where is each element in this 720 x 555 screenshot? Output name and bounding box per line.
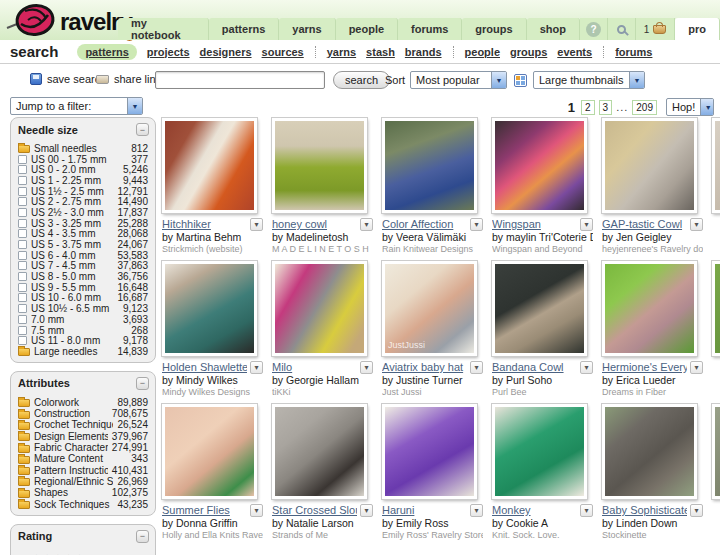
subnav-link[interactable]: people xyxy=(453,46,500,58)
filter-row[interactable]: 7.0 mm 3,693 xyxy=(11,314,155,325)
pattern-menu-button[interactable]: ▾ xyxy=(250,361,263,374)
pattern-menu-button[interactable]: ▾ xyxy=(360,504,373,517)
pattern-menu-button[interactable]: ▾ xyxy=(580,218,593,231)
hop-select[interactable]: Hop! ▼ xyxy=(666,98,714,116)
primary-nav-tab[interactable]: patterns xyxy=(209,18,279,40)
subnav-link[interactable]: events xyxy=(557,46,592,58)
subnav-link[interactable]: patterns xyxy=(77,44,136,60)
pattern-menu-button[interactable]: ▾ xyxy=(250,504,263,517)
save-search-button[interactable]: save search xyxy=(30,73,106,85)
pattern-photo[interactable] xyxy=(602,404,697,499)
pattern-photo[interactable] xyxy=(162,404,257,499)
filter-row[interactable]: US 8 - 5.0 mm 36,756 xyxy=(11,271,155,282)
sort-select[interactable]: Most popular ▼ xyxy=(410,71,507,89)
pattern-title-link[interactable]: Monkey xyxy=(492,504,577,516)
pattern-author[interactable]: by Cookie A xyxy=(492,517,593,530)
filter-row[interactable]: Small needles 812 xyxy=(11,143,155,154)
pattern-author[interactable]: by Martina Behm xyxy=(162,231,263,244)
help-button[interactable]: ? xyxy=(580,18,608,40)
tab-pro[interactable]: pro xyxy=(675,18,720,40)
subnav-link[interactable]: sources xyxy=(262,46,304,58)
share-link-button[interactable]: share link xyxy=(96,73,161,85)
pattern-photo[interactable] xyxy=(492,404,587,499)
pattern-author[interactable]: by Purl Soho xyxy=(492,374,593,387)
pattern-menu-button[interactable]: ▾ xyxy=(360,361,373,374)
pattern-photo[interactable] xyxy=(492,261,587,356)
filter-row[interactable]: US 2 - 2.75 mm 14,490 xyxy=(11,196,155,207)
pattern-author[interactable]: by Georgie Hallam xyxy=(272,374,373,387)
subnav-link[interactable]: forums xyxy=(603,46,652,58)
header-search-button[interactable] xyxy=(608,18,636,40)
pattern-photo[interactable] xyxy=(382,118,477,213)
primary-nav-tab[interactable]: groups xyxy=(462,18,526,40)
pattern-title-link[interactable]: Hitchhiker xyxy=(162,218,247,230)
pattern-title-link[interactable]: Star Crossed Slouchy B... xyxy=(272,504,357,516)
pattern-photo[interactable]: JustJussi xyxy=(382,261,477,356)
pattern-menu-button[interactable]: ▾ xyxy=(690,504,703,517)
subnav-link[interactable]: stash xyxy=(366,46,395,58)
subnav-link[interactable]: projects xyxy=(147,46,190,58)
page-button[interactable]: 3 xyxy=(599,100,613,115)
pattern-author[interactable]: by Justine Turner xyxy=(382,374,483,387)
pattern-photo[interactable] xyxy=(602,261,697,356)
filter-row[interactable]: 7.5 mm 268 xyxy=(11,325,155,336)
pattern-title-link[interactable]: Baby Sophisticate - Free xyxy=(602,504,687,516)
filter-row[interactable]: US 10 - 6.0 mm 16,687 xyxy=(11,293,155,304)
pattern-photo[interactable] xyxy=(712,118,720,213)
pattern-photo[interactable] xyxy=(602,118,697,213)
pattern-menu-button[interactable]: ▾ xyxy=(690,361,703,374)
filter-row[interactable]: US 4 - 3.5 mm 28,068 xyxy=(11,229,155,240)
filter-row[interactable]: Colorwork 89,889 xyxy=(11,397,155,408)
filter-row[interactable]: US 1½ - 2.5 mm 12,791 xyxy=(11,186,155,197)
pattern-author[interactable]: by Madelinetosh xyxy=(272,231,373,244)
jump-to-filter-select[interactable]: Jump to a filter: ▼ xyxy=(10,97,143,115)
view-select[interactable]: Large thumbnails ▼ xyxy=(533,71,645,89)
pattern-photo[interactable] xyxy=(492,118,587,213)
filter-row[interactable]: US 5 - 3.75 mm 24,067 xyxy=(11,239,155,250)
pattern-title-link[interactable]: Bandana Cowl xyxy=(492,361,577,373)
filter-row[interactable]: Mature Content 343 xyxy=(11,453,155,464)
pattern-author[interactable]: by Jen Geigley xyxy=(602,231,703,244)
pattern-menu-button[interactable]: ▾ xyxy=(470,361,483,374)
collapse-button[interactable]: − xyxy=(136,377,149,390)
pattern-author[interactable]: by Emily Ross xyxy=(382,517,483,530)
pattern-title-link[interactable]: Wingspan xyxy=(492,218,577,230)
pattern-title-link[interactable]: Milo xyxy=(272,361,357,373)
search-submit-button[interactable]: search xyxy=(333,71,390,89)
pattern-title-link[interactable]: Holden Shawlette xyxy=(162,361,247,373)
filter-row[interactable]: Large needles 14,839 xyxy=(11,346,155,357)
filter-row[interactable]: Regional/Ethnic Styles 26,969 xyxy=(11,476,155,487)
filter-row[interactable]: US 10½ - 6.5 mm 9,123 xyxy=(11,303,155,314)
pattern-author[interactable]: by Linden Down xyxy=(602,517,703,530)
primary-nav-tab[interactable]: yarns xyxy=(279,18,335,40)
subnav-link[interactable]: brands xyxy=(405,46,442,58)
filter-row[interactable]: US 2½ - 3.0 mm 17,837 xyxy=(11,207,155,218)
pattern-photo[interactable] xyxy=(712,404,720,499)
filter-row[interactable]: US 11 - 8.0 mm 9,178 xyxy=(11,335,155,346)
filter-row[interactable]: US 0 - 2.0 mm 5,246 xyxy=(11,164,155,175)
cart-button[interactable]: 1 xyxy=(636,18,675,40)
filter-row[interactable]: Construction 708,675 xyxy=(11,408,155,419)
pattern-title-link[interactable]: honey cowl xyxy=(272,218,357,230)
pattern-photo[interactable] xyxy=(272,261,367,356)
pattern-menu-button[interactable]: ▾ xyxy=(580,361,593,374)
pattern-author[interactable]: by Mindy Wilkes xyxy=(162,374,263,387)
filter-row[interactable]: US 3 - 3.25 mm 25,288 xyxy=(11,218,155,229)
search-input[interactable] xyxy=(155,71,325,89)
pattern-title-link[interactable]: Color Affection xyxy=(382,218,467,230)
pattern-menu-button[interactable]: ▾ xyxy=(470,504,483,517)
filter-row[interactable]: Fabric Characteristics 274,991 xyxy=(11,442,155,453)
subnav-link[interactable]: yarns xyxy=(315,46,356,58)
pattern-title-link[interactable]: GAP-tastic Cowl xyxy=(602,218,687,230)
primary-nav-tab[interactable]: people xyxy=(336,18,398,40)
filter-row[interactable]: Pattern Instructions 410,431 xyxy=(11,465,155,476)
filter-row[interactable]: US 9 - 5.5 mm 16,648 xyxy=(11,282,155,293)
pattern-title-link[interactable]: Hermione's Everyday S... xyxy=(602,361,687,373)
subnav-link[interactable]: designers xyxy=(200,46,252,58)
pattern-author[interactable]: by Donna Griffin xyxy=(162,517,263,530)
pattern-title-link[interactable]: Summer Flies xyxy=(162,504,247,516)
pattern-photo[interactable] xyxy=(162,118,257,213)
filter-row[interactable]: Shapes 102,375 xyxy=(11,487,155,498)
collapse-button[interactable]: − xyxy=(136,530,149,543)
primary-nav-tab[interactable]: my notebook xyxy=(118,18,209,40)
